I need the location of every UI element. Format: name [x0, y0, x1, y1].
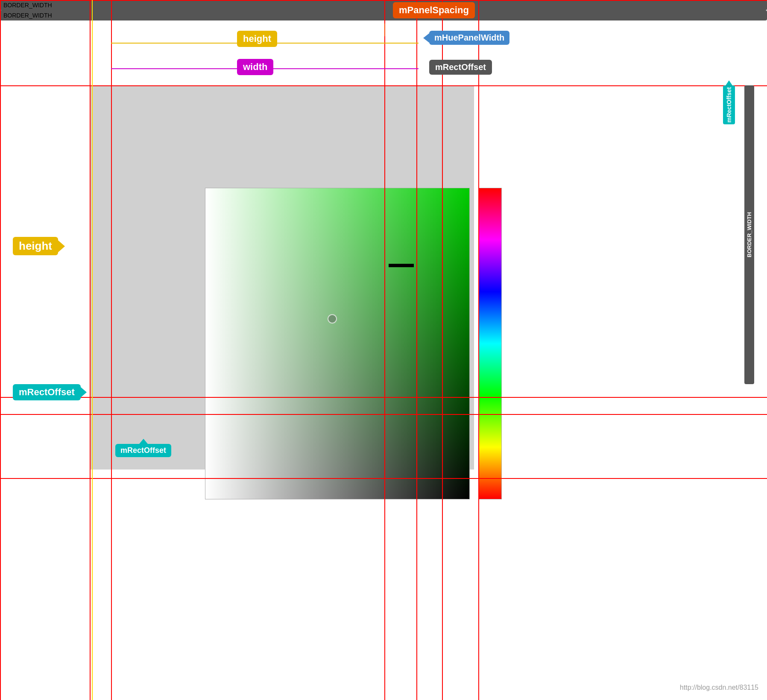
border-width-left-bottom: BORDER_WIDTH — [0, 0, 767, 10]
mrect-offset-badge-top-right: mRectOffset — [429, 60, 492, 75]
mrect-offset-right-vertical: mRectOffset — [723, 85, 735, 124]
red-line-h4 — [0, 414, 767, 415]
panel-spacing-indicator — [384, 23, 385, 36]
hue-marker — [389, 264, 414, 267]
yellow-line-vertical — [92, 0, 93, 700]
red-line-h1 — [0, 0, 767, 1]
height-badge-top: height — [237, 31, 277, 47]
red-line-v7 — [478, 0, 479, 700]
red-line-v1 — [0, 0, 1, 700]
color-gradient-panel[interactable] — [205, 188, 470, 499]
red-line-h5 — [0, 478, 767, 479]
red-line-v3 — [111, 0, 112, 700]
hue-slider[interactable] — [478, 188, 502, 499]
mrect-offset-bottom: mRectOffset — [115, 444, 171, 457]
width-badge-top: width — [237, 59, 273, 75]
watermark: http://blog.csdn.net/83115 — [680, 684, 758, 691]
border-width-right-vertical: BORDER_WIDTH — [744, 85, 754, 384]
red-line-v6 — [442, 0, 443, 700]
red-line-h2 — [0, 85, 767, 86]
red-line-h3 — [0, 397, 767, 398]
red-line-v2 — [90, 0, 91, 700]
red-line-v5 — [416, 0, 417, 700]
height-badge-left: height — [13, 237, 58, 255]
color-gradient-inner — [205, 188, 469, 499]
mpanel-spacing-badge: mPanelSpacing — [393, 2, 475, 18]
mhue-panel-width-badge: mHuePanelWidth — [429, 31, 509, 45]
border-width-bottom: BORDER_WIDTH — [0, 10, 767, 20]
red-line-v4 — [384, 0, 385, 700]
color-selector-circle[interactable] — [328, 314, 337, 324]
mrect-offset-left: mRectOffset — [13, 384, 81, 400]
